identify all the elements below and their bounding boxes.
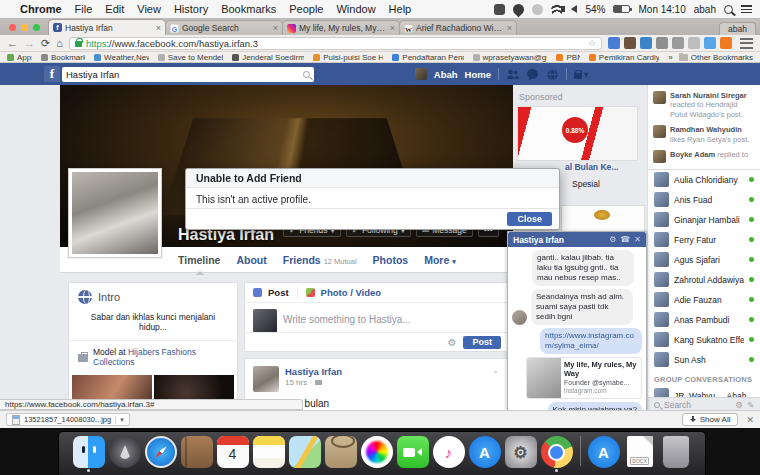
composer-settings-icon[interactable]: ⚙: [448, 337, 457, 348]
browser-tab[interactable]: Hastiya Irfan ×: [48, 19, 166, 35]
bookmark-item[interactable]: PBN: [556, 53, 579, 62]
menubar-item[interactable]: Bookmarks: [221, 3, 276, 15]
contact-row[interactable]: Aulia Chloridiany: [648, 170, 760, 190]
bookmark-item[interactable]: Pendaftaran Pendiri: [392, 53, 463, 62]
chat-link[interactable]: https://www.instagram.com/sylma_eima/: [545, 331, 634, 350]
zoom-window-button[interactable]: [33, 24, 40, 31]
dock-icon[interactable]: [144, 436, 177, 472]
bookmark-star-icon[interactable]: ☆: [588, 38, 596, 48]
notifications-globe-icon[interactable]: [546, 68, 559, 81]
extension-icon[interactable]: [608, 37, 620, 49]
extension-icon[interactable]: [720, 37, 732, 49]
browser-tab[interactable]: Arief Rachadiono Wisman ×: [399, 20, 517, 35]
contact-row[interactable]: Ferry Fatur: [648, 230, 760, 250]
https-padlock-icon[interactable]: [75, 41, 82, 47]
messages-icon[interactable]: [526, 68, 539, 81]
chrome-profile-chip[interactable]: abah: [719, 22, 756, 35]
dock-icon[interactable]: [180, 436, 213, 472]
dialog-close-button[interactable]: Close: [507, 212, 552, 226]
dock-icon[interactable]: ⚙: [504, 436, 537, 472]
extension-icon[interactable]: [656, 37, 668, 49]
chat-settings-icon[interactable]: ⚙: [735, 400, 743, 410]
composer-photo-tab[interactable]: Photo / Video: [321, 287, 382, 298]
dock-icon[interactable]: [252, 436, 285, 472]
post-options-chevron[interactable]: ⌄: [492, 366, 499, 392]
profile-tab[interactable]: Timeline: [178, 254, 220, 266]
facebook-search-input[interactable]: Hastiya Irfan: [62, 67, 314, 82]
profile-tab[interactable]: Friends 12 Mutual: [283, 254, 357, 266]
contact-row[interactable]: Agus Sjafari: [648, 250, 760, 270]
ticker-story[interactable]: Boyke Adam replied to: [648, 147, 760, 166]
menubar-item[interactable]: Chrome: [20, 3, 62, 15]
ticker-story[interactable]: Sarah Nuraini Siregar reacted to Hendraj…: [648, 88, 760, 122]
antivirus-menu-icon[interactable]: [494, 4, 505, 15]
dock-icon[interactable]: [108, 436, 141, 472]
chrome-menu-icon[interactable]: [740, 38, 753, 49]
menubar-clock[interactable]: Mon 14:10: [638, 4, 685, 15]
battery-icon[interactable]: [613, 5, 630, 13]
contact-row[interactable]: Anas Pambudi: [648, 310, 760, 330]
extension-icon[interactable]: [624, 37, 636, 49]
forward-button[interactable]: →: [24, 38, 35, 49]
nav-home-link[interactable]: Home: [465, 69, 491, 80]
dock-icon[interactable]: [576, 436, 584, 472]
profile-tab[interactable]: More ▾: [424, 254, 456, 266]
tab-close-icon[interactable]: ×: [156, 23, 161, 33]
menubar-item[interactable]: History: [174, 3, 208, 15]
other-bookmarks[interactable]: Other Bookmarks: [679, 53, 753, 62]
chat-search-input[interactable]: Search: [664, 400, 731, 410]
post-author-link[interactable]: Hastiya Irfan: [285, 366, 342, 377]
new-message-icon[interactable]: ✎: [747, 400, 754, 410]
home-button[interactable]: ⌂: [56, 38, 63, 49]
notification-center-icon[interactable]: [741, 5, 752, 14]
dock-icon[interactable]: [396, 436, 429, 472]
bookmark-item[interactable]: Apps: [7, 53, 32, 62]
dock-icon[interactable]: [324, 436, 357, 472]
chat-call-icon[interactable]: ☎: [620, 236, 630, 244]
dock-icon[interactable]: [540, 436, 573, 472]
menubar-user[interactable]: abah: [694, 4, 716, 15]
bookmark-item[interactable]: Weather,News: [94, 53, 149, 62]
bookmark-item[interactable]: Bookmarks: [41, 53, 85, 62]
bookmark-item[interactable]: Save to Mendeley: [158, 53, 223, 62]
composer-input[interactable]: Write something to Hastiya...: [283, 314, 411, 333]
extension-icon[interactable]: [704, 37, 716, 49]
sponsored-ad-banner[interactable]: 0.88%: [517, 106, 638, 161]
dock-icon[interactable]: DOCX: [623, 436, 656, 472]
search-icon[interactable]: [303, 71, 310, 78]
tab-close-icon[interactable]: ×: [273, 23, 278, 33]
tab-close-icon[interactable]: ×: [390, 23, 395, 33]
dock-icon[interactable]: [659, 436, 692, 472]
dock-icon[interactable]: A: [587, 436, 620, 472]
bookmark-item[interactable]: Puisi-puisi Soe Hok: [313, 53, 383, 62]
privacy-shortcuts-icon[interactable]: ▾: [574, 70, 588, 79]
contact-row[interactable]: Anis Fuad: [648, 190, 760, 210]
nav-profile-link[interactable]: Abah: [434, 69, 458, 80]
address-bar[interactable]: https://www.facebook.com/hastiya.irfan.3…: [69, 37, 602, 50]
dock-icon[interactable]: [288, 436, 321, 472]
dock-icon[interactable]: 4: [216, 436, 249, 472]
post-author-avatar[interactable]: [253, 366, 279, 392]
chat-title[interactable]: Hastiya Irfan: [513, 235, 605, 245]
composer-post-tab[interactable]: Post: [268, 287, 289, 298]
bookmark-item[interactable]: Jenderal Soedirman: [232, 53, 304, 62]
download-caret-icon[interactable]: ▾: [115, 416, 124, 424]
download-bar-close-icon[interactable]: ✕: [746, 415, 754, 425]
minimize-window-button[interactable]: [21, 24, 28, 31]
chat-close-icon[interactable]: ✕: [634, 236, 641, 244]
contact-row[interactable]: Kang Sukatno Effendi: [648, 330, 760, 350]
bookmark-item[interactable]: Pemikiran Cardiyan: [589, 53, 659, 62]
show-all-downloads-button[interactable]: Show All: [682, 413, 739, 426]
extension-icon[interactable]: [672, 37, 684, 49]
chat-options-gear-icon[interactable]: ⚙: [609, 236, 616, 244]
post-timestamp[interactable]: 15 hrs ·: [285, 378, 312, 387]
tab-close-icon[interactable]: ×: [507, 23, 512, 33]
menubar-item[interactable]: Window: [336, 3, 375, 15]
ad-title-link[interactable]: al Bulan Ke...: [565, 162, 618, 172]
dock-icon[interactable]: [360, 436, 393, 472]
close-window-button[interactable]: [9, 24, 16, 31]
facebook-logo[interactable]: f: [44, 66, 60, 82]
volume-icon[interactable]: [571, 5, 577, 13]
download-item[interactable]: 13521857_14008030...jpg ▾: [6, 413, 130, 426]
browser-tab[interactable]: My life, My rules, My Way ×: [282, 20, 400, 35]
